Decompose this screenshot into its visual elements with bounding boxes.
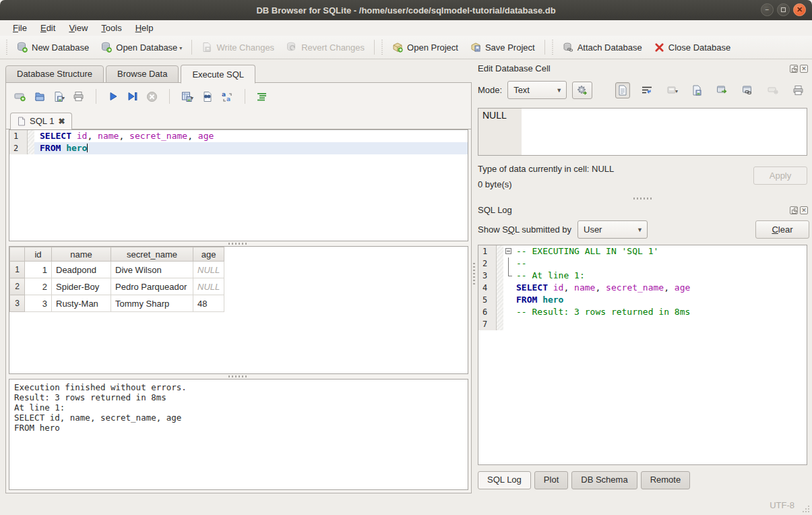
open-database-button[interactable]: Open Database ▾ [95,38,188,56]
sql-log-view[interactable]: 1-- EXECUTING ALL IN 'SQL 1'2--3-- At li… [478,245,807,465]
results-col-id[interactable]: id [25,247,52,262]
pane-splitter[interactable] [472,59,476,489]
table-cell[interactable]: NULL [193,262,224,278]
table-cell[interactable]: Tommy Sharp [111,295,193,312]
execute-line-button[interactable] [127,91,138,102]
menu-help[interactable]: Help [129,22,160,34]
dock-splitter[interactable] [478,196,809,201]
print-cell-button[interactable] [790,82,807,98]
tab-db-schema[interactable]: DB Schema [571,471,637,489]
tab-execute-sql[interactable]: Execute SQL [181,65,255,84]
apply-button[interactable]: Apply [753,166,807,185]
close-window-button[interactable]: ✕ [793,3,806,16]
open-project-button[interactable]: Open Project [386,38,464,56]
save-sql-file-button[interactable]: ▾ [53,91,65,102]
import-cell-data-button[interactable]: ▾ [664,82,681,98]
toolbar-drag-handle[interactable] [551,40,555,55]
results-col-secret-name[interactable]: secret_name [111,247,193,262]
write-changes-button[interactable]: Write Changes [195,38,280,56]
results-col-name[interactable]: name [52,247,111,262]
save-results-button[interactable]: ▾ [181,91,193,102]
open-database-dropdown-icon[interactable]: ▾ [179,45,182,53]
menu-tools[interactable]: Tools [95,22,127,34]
table-cell[interactable]: 2 [25,278,52,295]
save-results-dropdown-icon[interactable]: ▾ [191,95,193,102]
editor-results-splitter[interactable] [6,241,471,246]
results-col-age[interactable]: age [193,247,224,262]
stop-execution-button[interactable] [146,91,158,102]
open-sql-file-button[interactable] [34,91,45,102]
tab-sql-log[interactable]: SQL Log [478,471,531,489]
maximize-button[interactable] [777,3,790,16]
table-cell[interactable]: Deadpond [52,262,111,278]
copy-link-button[interactable] [739,82,756,98]
menu-edit[interactable]: Edit [34,22,61,34]
word-wrap-button[interactable] [639,83,655,98]
tab-remote[interactable]: Remote [641,471,691,489]
format-sql-icon [257,92,268,102]
save-sql-dropdown-icon[interactable]: ▾ [62,95,65,102]
dock-close-icon[interactable]: ✕ [800,65,808,73]
attach-database-button[interactable]: Attach Database [557,38,648,56]
execution-message[interactable]: Execution finished without errors. Resul… [9,379,468,490]
table-cell[interactable]: Spider-Boy [52,278,111,295]
auto-apply-button[interactable] [572,82,592,99]
toolbar-drag-handle[interactable] [380,40,384,55]
close-database-button[interactable]: Close Database [648,39,737,56]
results-table[interactable]: id name secret_name age 11DeadpondDive W… [9,247,224,312]
fold-collapse-icon[interactable] [505,248,511,254]
revert-changes-button[interactable]: Revert Changes [280,38,371,56]
export-cell-data-button[interactable] [689,82,705,98]
table-cell[interactable]: 1 [25,262,52,278]
table-row[interactable]: 33Rusty-ManTommy Sharp48 [10,295,224,312]
sql-file-icon [18,117,26,126]
results-message-splitter[interactable] [6,374,471,379]
title-bar[interactable]: DB Browser for SQLite - /home/user/code/… [0,0,812,20]
tab-plot[interactable]: Plot [534,471,568,489]
toolbar-drag-handle[interactable] [5,40,9,55]
sql-tab-close-icon[interactable]: ✖ [58,117,65,126]
open-in-external-button[interactable] [714,82,730,98]
execute-all-button[interactable] [108,91,119,102]
table-cell[interactable]: Dive Wilson [111,262,193,278]
table-cell[interactable]: NULL [193,278,224,295]
table-row[interactable]: 11DeadpondDive WilsonNULL [10,262,224,278]
minimize-button[interactable]: − [761,3,774,16]
print-sql-button[interactable] [73,91,84,102]
open-project-icon [392,42,403,53]
new-database-button[interactable]: New Database [11,38,95,56]
chevron-down-icon: ▼ [556,87,562,94]
submitter-select[interactable]: User ▼ [577,220,648,239]
new-sql-tab-button[interactable] [14,91,26,102]
find-button[interactable] [201,91,213,102]
format-sql-button[interactable] [257,92,268,102]
table-row[interactable]: 22Spider-BoyPedro ParqueadorNULL [10,278,224,295]
dock-float-icon[interactable] [790,65,798,73]
clear-log-button[interactable]: Clear [755,220,809,239]
filter-label: Show SQL submitted by [478,224,571,235]
sql-tab[interactable]: SQL 1 ✖ [10,113,72,129]
table-cell[interactable]: Pedro Parqueador [111,278,193,295]
tab-browse-data[interactable]: Browse Data [106,65,179,83]
tab-database-structure[interactable]: Database Structure [5,65,104,83]
set-null-button[interactable] [765,84,781,97]
open-external-icon [716,85,728,95]
replace-button[interactable]: aa [221,91,233,102]
table-cell[interactable]: 48 [193,295,224,312]
table-cell[interactable]: Rusty-Man [52,295,111,312]
menu-view[interactable]: View [63,22,94,34]
save-project-button[interactable]: Save Project [464,38,541,56]
results-corner-header[interactable] [10,247,25,262]
text-mode-button[interactable] [615,82,630,98]
cell-value-editor[interactable]: NULL [478,108,807,156]
resize-grip[interactable] [802,505,810,513]
menu-file[interactable]: File [7,22,33,34]
sql-editor[interactable]: 1SELECT id, name, secret_name, age2FROM … [9,129,468,241]
table-cell[interactable]: 3 [25,295,52,312]
dock-float-icon[interactable] [790,206,798,214]
mode-select[interactable]: Text ▼ [507,81,567,99]
write-changes-icon [201,42,212,53]
replace-icon: aa [221,91,233,102]
dock-close-icon[interactable]: ✕ [800,206,808,214]
edit-cell-title: Edit Database Cell [478,63,790,73]
